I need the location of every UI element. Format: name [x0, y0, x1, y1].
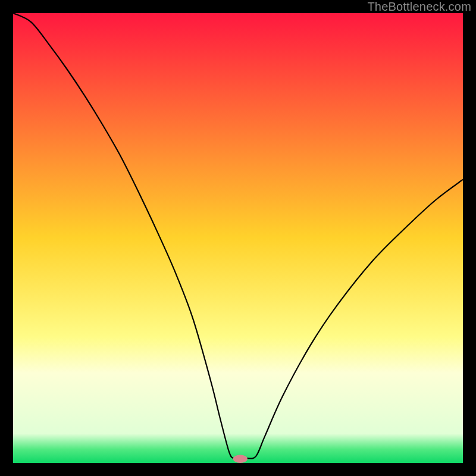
minimum-marker	[233, 455, 248, 463]
plot-area	[13, 13, 463, 463]
watermark-text: TheBottleneck.com	[367, 0, 471, 14]
chart-svg	[13, 13, 463, 463]
chart-frame: TheBottleneck.com	[0, 0, 476, 476]
